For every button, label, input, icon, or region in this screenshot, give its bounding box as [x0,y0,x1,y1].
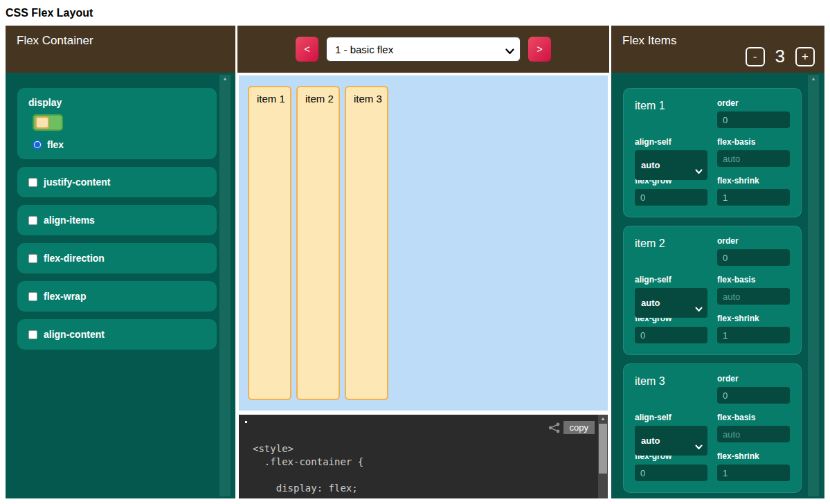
preview-flex-item-3: item 3 [345,86,388,400]
item-1-flex-basis-input[interactable] [717,150,790,167]
flex-shrink-label: flex-shrink [717,314,790,323]
flex-direction-checkbox[interactable] [28,254,37,263]
item-3-align-self-select[interactable]: auto [635,426,707,456]
flex-preview-container: item 1 item 2 item 3 [239,75,608,411]
align-content-checkbox[interactable] [28,330,37,339]
display-toggle-knob [35,116,49,129]
flex-basis-label: flex-basis [717,275,790,285]
flex-container-panel-header: Flex Container [6,26,235,73]
item-1-order-input[interactable] [717,111,790,128]
justify-content-label: justify-content [44,177,110,188]
item-2-card: item 2 order align-self auto [623,226,802,355]
item-1-flex-grow-input[interactable] [635,189,707,206]
align-items-label: align-items [44,215,95,226]
display-flex-radio-label: flex [47,139,64,150]
item-2-align-self-select[interactable]: auto [635,288,707,318]
page-title: CSS Flex Layout [6,7,830,19]
align-self-label: align-self [635,413,707,422]
code-scrollbar-thumb[interactable] [599,424,607,474]
flex-direction-card: flex-direction [17,243,217,273]
example-select[interactable]: 1 - basic flex [326,37,521,62]
order-label: order [717,98,790,108]
item-2-title: item 2 [635,236,707,266]
next-example-button[interactable]: > [528,37,551,62]
preview-column: < 1 - basic flex > item 1 item 2 item 3 … [237,26,609,498]
code-caret-dot [245,421,247,423]
align-items-card: align-items [17,205,217,235]
share-icon[interactable] [548,422,561,436]
item-count-value: 3 [775,46,785,67]
code-scrollbar[interactable]: ▲ [598,415,608,498]
flex-items-panel-title: Flex Items [622,34,676,47]
flex-container-panel: Flex Container display flex justify-cont… [6,26,235,498]
flex-wrap-card: flex-wrap [17,281,217,312]
add-item-button[interactable]: + [795,47,815,66]
order-label: order [717,236,790,246]
flex-items-panel: Flex Items - 3 + item 1 order align-self [611,26,824,498]
justify-content-card: justify-content [17,167,217,197]
display-card: display flex [17,88,217,159]
align-content-card: align-content [17,319,217,350]
code-panel: <style> .flex-container { display: flex;… [239,415,608,498]
item-1-flex-shrink-input[interactable] [717,189,790,206]
scroll-up-icon[interactable]: ▲ [598,415,608,423]
align-items-checkbox[interactable] [28,216,37,225]
scroll-up-icon[interactable]: ▲ [219,75,231,83]
remove-item-button[interactable]: - [746,47,765,66]
flex-items-panel-header: Flex Items - 3 + [611,26,824,73]
flex-wrap-label: flex-wrap [44,291,86,302]
item-count-controls: - 3 + [746,46,815,67]
item-2-flex-grow-input[interactable] [635,327,707,343]
copy-code-button[interactable]: copy [563,421,595,434]
flex-shrink-label: flex-shrink [717,176,790,186]
container-panel-scrollbar[interactable]: ▲ [219,75,231,496]
item-3-flex-grow-input[interactable] [635,465,707,481]
flex-basis-label: flex-basis [717,413,790,422]
flex-items-panel-body: item 1 order align-self auto [611,73,824,498]
item-2-flex-shrink-input[interactable] [717,327,790,343]
items-panel-scrollbar[interactable]: ▲ [808,75,819,496]
preview-flex-item-2: item 2 [296,86,340,400]
display-flex-radio[interactable] [33,140,42,150]
display-label: display [28,97,206,108]
flex-container-panel-title: Flex Container [17,34,93,47]
flex-basis-label: flex-basis [717,137,790,147]
main-layout: Flex Container display flex justify-cont… [6,26,824,498]
item-1-align-self-select[interactable]: auto [635,150,707,180]
order-label: order [717,374,790,384]
flex-wrap-checkbox[interactable] [28,292,37,301]
scroll-up-icon[interactable]: ▲ [808,75,819,83]
align-self-label: align-self [635,275,707,285]
item-2-flex-basis-input[interactable] [717,288,790,305]
example-select-wrap: 1 - basic flex [326,37,521,62]
align-content-label: align-content [44,329,105,340]
item-1-card: item 1 order align-self auto [623,88,802,217]
item-3-flex-basis-input[interactable] [717,426,790,442]
item-3-flex-shrink-input[interactable] [717,465,790,481]
item-3-order-input[interactable] [717,387,790,404]
justify-content-checkbox[interactable] [28,178,37,187]
preview-flex-item-1: item 1 [248,86,291,400]
item-3-card: item 3 order align-self auto [623,363,802,493]
display-toggle[interactable] [33,114,63,131]
item-3-title: item 3 [635,374,707,404]
prev-example-button[interactable]: < [296,37,318,62]
item-1-title: item 1 [635,98,707,128]
item-2-order-input[interactable] [717,249,790,266]
flex-direction-label: flex-direction [44,253,105,264]
align-self-label: align-self [635,137,707,147]
example-navigation: < 1 - basic flex > [237,26,609,73]
flex-shrink-label: flex-shrink [717,451,790,461]
flex-container-panel-body: display flex justify-content align [6,73,235,498]
